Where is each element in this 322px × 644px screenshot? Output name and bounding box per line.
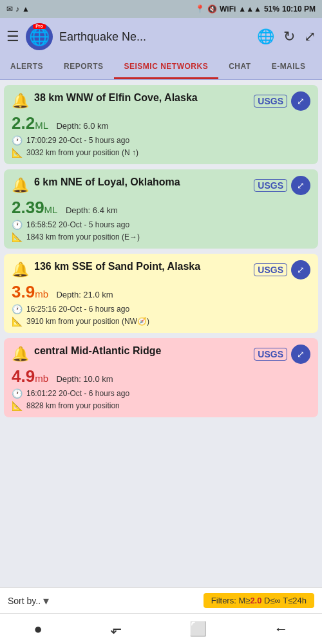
usgs-badge-3: USGS — [254, 263, 287, 276]
distance-icon-1: 📐 — [12, 147, 23, 158]
share-button-3[interactable]: ⤢ — [291, 260, 310, 279]
header-action-icons: 🌐 ↻ ⤢ — [257, 28, 316, 45]
distance-row-1: 📐 3032 km from your position (N ↑) — [12, 147, 310, 158]
location-icon: 📍 — [195, 5, 205, 14]
globe-nav-icon[interactable]: 🌐 — [257, 28, 274, 45]
card-details-2: 2.39ML Depth: 6.4 km 🕐 16:58:52 20-Oct -… — [12, 198, 310, 242]
mail-icon: ✉ — [6, 5, 13, 14]
usgs-badge-2: USGS — [254, 179, 287, 192]
distance-2: 1843 km from your position (E→) — [26, 232, 140, 242]
depth-3: Depth: 21.0 km — [56, 290, 113, 299]
mag-row-2: 2.39ML Depth: 6.4 km — [12, 198, 310, 218]
earthquake-icon-1: 🔔 — [12, 93, 29, 109]
bottom-nav: ● ⬐ ⬜ ← — [0, 613, 322, 644]
card-source-1: USGS ⤢ — [254, 91, 310, 111]
time-row-4: 🕐 16:01:22 20-Oct - 6 hours ago — [12, 388, 310, 399]
filter-badge[interactable]: Filters: M≥2.0 D≤∞ T≤24h — [204, 593, 314, 608]
earthquake-location-3: 136 km SSE of Sand Point, Alaska — [34, 260, 254, 274]
depth-4: Depth: 10.0 km — [56, 374, 113, 384]
depth-1: Depth: 6.0 km — [56, 121, 108, 131]
filter-rest: D≤∞ T≤24h — [261, 596, 307, 605]
usgs-badge-1: USGS — [254, 95, 287, 108]
earthquake-icon-2: 🔔 — [12, 177, 29, 194]
time-row-1: 🕐 17:00:29 20-Oct - 5 hours ago — [12, 135, 310, 146]
card-title-row-4: 🔔 central Mid-Atlantic Ridge — [12, 345, 254, 363]
mute-icon: 🔇 — [207, 5, 217, 14]
depth-2: Depth: 6.4 km — [66, 205, 118, 215]
tab-emails[interactable]: E-MAILS — [261, 55, 316, 79]
menu-button[interactable]: ☰ — [6, 28, 19, 45]
tab-reports[interactable]: REPORTS — [53, 55, 114, 79]
clock-icon-2: 🕐 — [12, 220, 23, 230]
earthquake-list: 🔔 38 km WNW of Elfin Cove, Alaska USGS ⤢… — [0, 80, 322, 492]
distance-3: 3910 km from your position (NW🧭) — [26, 317, 149, 326]
mag-row-3: 3.9mb Depth: 21.0 km — [12, 282, 310, 302]
filter-text: Filters: M≥ — [211, 596, 251, 605]
earthquake-location-2: 6 km NNE of Loyal, Oklahoma — [34, 176, 254, 189]
card-title-row-1: 🔔 38 km WNW of Elfin Cove, Alaska — [12, 91, 254, 109]
share-button-4[interactable]: ⤢ — [291, 345, 310, 364]
distance-1: 3032 km from your position (N ↑) — [26, 148, 138, 157]
magnitude-2: 2.39ML — [12, 198, 57, 217]
earthquake-card-3[interactable]: 🔔 136 km SSE of Sand Point, Alaska USGS … — [4, 254, 318, 333]
nav-back-icon[interactable]: ⬐ — [110, 621, 122, 638]
time-row-2: 🕐 16:58:52 20-Oct - 5 hours ago — [12, 220, 310, 230]
tab-bar: ALERTS REPORTS SEISMIC NETWORKS CHAT E-M… — [0, 55, 322, 80]
tab-chat[interactable]: CHAT — [218, 55, 261, 79]
earthquake-card-2[interactable]: 🔔 6 km NNE of Loyal, Oklahoma USGS ⤢ 2.3… — [4, 169, 318, 249]
sort-label[interactable]: Sort by.. — [8, 596, 41, 606]
card-header-1: 🔔 38 km WNW of Elfin Cove, Alaska USGS ⤢ — [12, 91, 310, 111]
time-1: 17:00:29 20-Oct - 5 hours ago — [26, 136, 129, 145]
card-source-3: USGS ⤢ — [254, 260, 310, 279]
app-title: Earthquake Ne... — [59, 30, 251, 44]
expand-icon[interactable]: ⤢ — [304, 28, 316, 45]
earthquake-location-1: 38 km WNW of Elfin Cove, Alaska — [34, 91, 254, 105]
filter-mag-value: 2.0 — [250, 596, 261, 605]
app-header: ☰ 🌐 Pro Earthquake Ne... 🌐 ↻ ⤢ — [0, 18, 322, 55]
card-details-4: 4.9mb Depth: 10.0 km 🕐 16:01:22 20-Oct -… — [12, 366, 310, 411]
time-3: 16:25:16 20-Oct - 6 hours ago — [26, 305, 129, 314]
app-logo: 🌐 Pro — [26, 23, 53, 50]
card-title-row-3: 🔔 136 km SSE of Sand Point, Alaska — [12, 260, 254, 278]
signal-icon: ▲ — [22, 5, 30, 14]
clock-time: 10:10 PM — [282, 5, 316, 14]
usgs-badge-4: USGS — [254, 348, 287, 361]
status-right-info: 📍 🔇 WiFi ▲▲▲ 51% 10:10 PM — [195, 5, 316, 14]
card-header-4: 🔔 central Mid-Atlantic Ridge USGS ⤢ — [12, 345, 310, 364]
pro-badge: Pro — [33, 23, 46, 29]
distance-row-3: 📐 3910 km from your position (NW🧭) — [12, 316, 310, 327]
clock-icon-4: 🕐 — [12, 388, 23, 399]
nav-recents-icon[interactable]: ⬜ — [189, 621, 207, 638]
sort-bar: Sort by.. ▾ Filters: M≥2.0 D≤∞ T≤24h — [0, 587, 322, 613]
clock-icon-3: 🕐 — [12, 304, 23, 314]
sort-left[interactable]: Sort by.. ▾ — [8, 594, 49, 608]
globe-logo-icon: 🌐 — [29, 27, 50, 47]
cellular-icon: ▲▲▲ — [238, 5, 261, 14]
refresh-icon[interactable]: ↻ — [283, 28, 295, 45]
share-button-1[interactable]: ⤢ — [291, 91, 310, 111]
card-details-1: 2.2ML Depth: 6.0 km 🕐 17:00:29 20-Oct - … — [12, 113, 310, 158]
earthquake-card-4[interactable]: 🔔 central Mid-Atlantic Ridge USGS ⤢ 4.9m… — [4, 338, 318, 417]
distance-row-4: 📐 8828 km from your position — [12, 401, 310, 411]
tab-seismic-networks[interactable]: SEISMIC NETWORKS — [114, 55, 219, 79]
time-row-3: 🕐 16:25:16 20-Oct - 6 hours ago — [12, 304, 310, 314]
earthquake-icon-3: 🔔 — [12, 261, 29, 278]
mag-row-1: 2.2ML Depth: 6.0 km — [12, 113, 310, 133]
card-header-3: 🔔 136 km SSE of Sand Point, Alaska USGS … — [12, 260, 310, 279]
distance-icon-4: 📐 — [12, 401, 23, 411]
share-button-2[interactable]: ⤢ — [291, 176, 310, 195]
magnitude-3: 3.9mb — [12, 282, 48, 301]
wifi-icon: WiFi — [220, 5, 236, 14]
magnitude-1: 2.2ML — [12, 113, 48, 133]
card-title-row-2: 🔔 6 km NNE of Loyal, Oklahoma — [12, 176, 254, 194]
earthquake-location-4: central Mid-Atlantic Ridge — [34, 345, 254, 358]
earthquake-card-1[interactable]: 🔔 38 km WNW of Elfin Cove, Alaska USGS ⤢… — [4, 85, 318, 164]
status-left-icons: ✉ ♪ ▲ — [6, 5, 30, 14]
nav-home-icon[interactable]: ● — [33, 621, 42, 638]
sort-dropdown-icon[interactable]: ▾ — [43, 594, 49, 608]
time-2: 16:58:52 20-Oct - 5 hours ago — [26, 220, 129, 229]
mag-row-4: 4.9mb Depth: 10.0 km — [12, 366, 310, 386]
tab-alerts[interactable]: ALERTS — [0, 55, 53, 79]
nav-arrow-icon[interactable]: ← — [274, 621, 289, 638]
distance-row-2: 📐 1843 km from your position (E→) — [12, 232, 310, 242]
